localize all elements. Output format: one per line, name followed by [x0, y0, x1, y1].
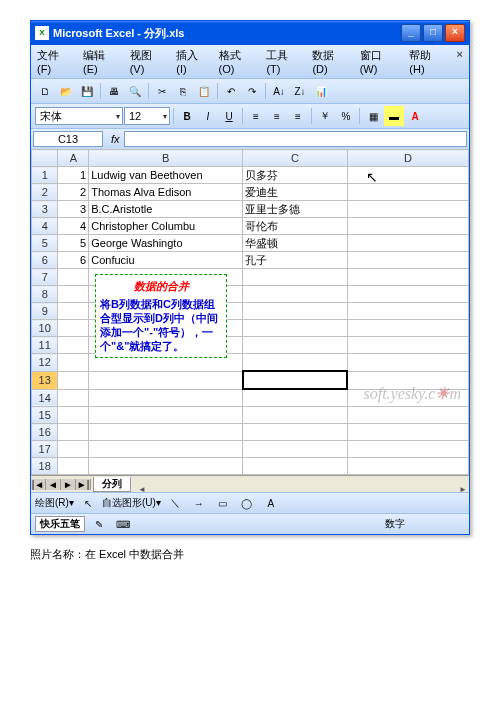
row-header[interactable]: 5	[32, 235, 58, 252]
ime-indicator[interactable]: 快乐五笔	[35, 516, 85, 532]
cell[interactable]	[58, 389, 89, 407]
cell[interactable]	[347, 354, 468, 372]
menu-file[interactable]: 文件(F)	[35, 47, 75, 76]
cell[interactable]	[347, 184, 468, 201]
redo-icon[interactable]: ↷	[242, 81, 262, 101]
col-header-A[interactable]: A	[58, 150, 89, 167]
row-header[interactable]: 16	[32, 424, 58, 441]
cell[interactable]: 爱迪生	[243, 184, 348, 201]
cell[interactable]	[89, 424, 243, 441]
row-header[interactable]: 6	[32, 252, 58, 269]
minimize-button[interactable]: _	[401, 24, 421, 42]
ime-icon2[interactable]: ⌨	[113, 514, 133, 534]
row-header[interactable]: 14	[32, 389, 58, 407]
cell[interactable]: 贝多芬	[243, 167, 348, 184]
cell[interactable]	[243, 320, 348, 337]
cell[interactable]	[58, 371, 89, 389]
cell[interactable]	[89, 389, 243, 407]
cell[interactable]	[347, 458, 468, 475]
cell[interactable]	[347, 252, 468, 269]
annotation-textbox[interactable]: 数据的合并 将B列数据和C列数据组合型显示到D列中（中间添加一个"-"符号），一…	[95, 274, 227, 358]
open-icon[interactable]: 📂	[56, 81, 76, 101]
cell[interactable]: 哥伦布	[243, 218, 348, 235]
cell[interactable]: 6	[58, 252, 89, 269]
sheet-tab-active[interactable]: 分列	[93, 477, 131, 492]
sheet-nav-prev-icon[interactable]: ◄	[46, 479, 61, 490]
cell[interactable]	[347, 201, 468, 218]
col-header-B[interactable]: B	[89, 150, 243, 167]
active-cell-C13[interactable]	[243, 371, 348, 389]
cell[interactable]	[243, 286, 348, 303]
menu-view[interactable]: 视图(V)	[128, 47, 169, 76]
cell[interactable]	[58, 320, 89, 337]
cell[interactable]	[347, 235, 468, 252]
cell[interactable]	[58, 424, 89, 441]
undo-icon[interactable]: ↶	[221, 81, 241, 101]
cell[interactable]	[347, 269, 468, 286]
cell[interactable]	[89, 458, 243, 475]
close-button[interactable]: ×	[445, 24, 465, 42]
sort-asc-icon[interactable]: A↓	[269, 81, 289, 101]
row-header[interactable]: 1	[32, 167, 58, 184]
row-header[interactable]: 9	[32, 303, 58, 320]
cell[interactable]	[243, 407, 348, 424]
cell[interactable]	[347, 441, 468, 458]
cell[interactable]	[243, 441, 348, 458]
cell[interactable]: George Washingto	[89, 235, 243, 252]
cell[interactable]	[243, 458, 348, 475]
cell[interactable]: Thomas Alva Edison	[89, 184, 243, 201]
ime-icon[interactable]: ✎	[89, 514, 109, 534]
menu-window[interactable]: 窗口(W)	[358, 47, 402, 76]
line-icon[interactable]: ＼	[165, 493, 185, 513]
cell[interactable]: Confuciu	[89, 252, 243, 269]
close-doc-button[interactable]: ×	[455, 47, 465, 76]
row-header[interactable]: 4	[32, 218, 58, 235]
align-left-icon[interactable]: ≡	[246, 106, 266, 126]
sort-desc-icon[interactable]: Z↓	[290, 81, 310, 101]
save-icon[interactable]: 💾	[77, 81, 97, 101]
percent-icon[interactable]: %	[336, 106, 356, 126]
fx-icon[interactable]: fx	[111, 133, 120, 145]
textbox-icon[interactable]: A	[261, 493, 281, 513]
cell[interactable]	[58, 337, 89, 354]
cell[interactable]: 4	[58, 218, 89, 235]
row-header[interactable]: 10	[32, 320, 58, 337]
rect-icon[interactable]: ▭	[213, 493, 233, 513]
cell[interactable]	[58, 407, 89, 424]
chart-icon[interactable]: 📊	[311, 81, 331, 101]
bold-button[interactable]: B	[177, 106, 197, 126]
align-center-icon[interactable]: ≡	[267, 106, 287, 126]
fill-color-icon[interactable]: ▬	[384, 106, 404, 126]
cell[interactable]	[347, 303, 468, 320]
draw-menu[interactable]: 绘图(R)▾	[35, 496, 74, 510]
cell[interactable]	[58, 458, 89, 475]
cell[interactable]	[89, 371, 243, 389]
cell[interactable]: 亚里士多德	[243, 201, 348, 218]
cell[interactable]	[243, 303, 348, 320]
cut-icon[interactable]: ✂	[152, 81, 172, 101]
menu-help[interactable]: 帮助(H)	[407, 47, 448, 76]
oval-icon[interactable]: ◯	[237, 493, 257, 513]
col-header-C[interactable]: C	[243, 150, 348, 167]
font-color-icon[interactable]: A	[405, 106, 425, 126]
row-header[interactable]: 13	[32, 371, 58, 389]
name-box[interactable]: C13	[33, 131, 103, 147]
underline-button[interactable]: U	[219, 106, 239, 126]
cell[interactable]	[347, 286, 468, 303]
cell[interactable]	[243, 424, 348, 441]
cell[interactable]	[243, 269, 348, 286]
new-icon[interactable]: 🗋	[35, 81, 55, 101]
autoshapes-menu[interactable]: 自选图形(U)▾	[102, 496, 161, 510]
cell[interactable]: Ludwig van Beethoven	[89, 167, 243, 184]
cell[interactable]: 孔子	[243, 252, 348, 269]
italic-button[interactable]: I	[198, 106, 218, 126]
col-header-D[interactable]: D	[347, 150, 468, 167]
font-name-select[interactable]: 宋体	[35, 107, 123, 125]
menu-format[interactable]: 格式(O)	[217, 47, 259, 76]
cell[interactable]	[58, 441, 89, 458]
cell[interactable]	[347, 218, 468, 235]
cell[interactable]	[58, 303, 89, 320]
copy-icon[interactable]: ⎘	[173, 81, 193, 101]
menu-tools[interactable]: 工具(T)	[264, 47, 304, 76]
align-right-icon[interactable]: ≡	[288, 106, 308, 126]
